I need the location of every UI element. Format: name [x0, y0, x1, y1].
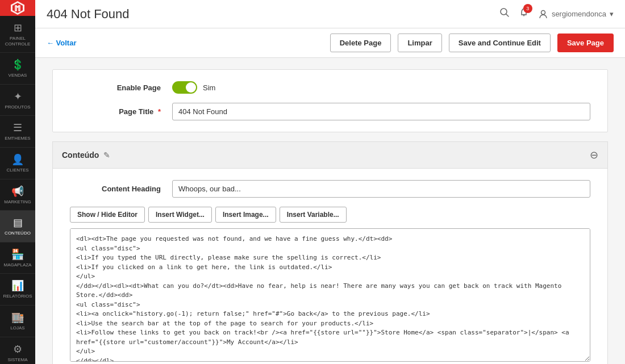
magaplaza-icon: 🏪 — [11, 248, 24, 261]
save-page-button[interactable]: Save Page — [557, 34, 614, 52]
back-button[interactable]: ← Voltar — [47, 39, 77, 47]
sidebar-item-painel[interactable]: ⊞ PAINELCONTROLE — [0, 16, 35, 53]
svg-point-4 — [541, 10, 545, 14]
code-editor-textarea[interactable]: <dl><dt>The page you requested was not f… — [70, 228, 590, 362]
enable-page-label: Enable Page — [70, 83, 172, 92]
sidebar-item-lojas[interactable]: 🏬 LOJAS — [0, 306, 35, 337]
insert-widget-button[interactable]: Insert Widget... — [148, 207, 212, 223]
section-heading-left: Conteúdo ✎ — [62, 150, 110, 160]
search-icon — [499, 7, 510, 18]
relatorios-icon: 📊 — [11, 279, 24, 292]
sidebar-item-label: PAINELCONTROLE — [5, 36, 30, 47]
editor-toolbar: Show / Hide Editor Insert Widget... Inse… — [70, 207, 590, 223]
action-bar: ← Voltar Delete Page Limpar Save and Con… — [35, 28, 625, 58]
sidebar-item-vendas[interactable]: 💲 VENDAS — [0, 53, 35, 85]
enable-page-toggle-label: Sim — [203, 83, 215, 92]
sidebar-item-label: CONTEÚDO — [5, 231, 31, 236]
user-icon — [538, 9, 548, 19]
sidebar-item-label: EMTHEMES — [5, 136, 30, 141]
sidebar-item-label: LOJAS — [10, 325, 24, 331]
user-dropdown-icon: ▾ — [610, 10, 614, 18]
vendas-icon: 💲 — [11, 58, 24, 71]
conteudo-title: Conteúdo — [62, 150, 99, 160]
marketing-icon: 📢 — [11, 185, 24, 198]
edit-section-icon[interactable]: ✎ — [103, 150, 110, 160]
lojas-icon: 🏬 — [11, 311, 24, 324]
topbar: 404 Not Found 3 — [35, 0, 625, 28]
sidebar-item-conteudo[interactable]: ▤ CONTEÚDO — [0, 211, 35, 242]
sidebar-item-label: MAGAPLAZA — [4, 262, 32, 268]
sidebar: ⊞ PAINELCONTROLE 💲 VENDAS ✦ PRODUTOS ☰ E… — [0, 0, 35, 364]
conteudo-section-body: Content Heading Show / Hide Editor Inser… — [52, 169, 608, 364]
enable-page-toggle[interactable] — [172, 81, 197, 94]
username-label: sergiomendonca — [552, 10, 606, 18]
page-title-label: Page Title * — [70, 107, 172, 116]
sidebar-item-sistema[interactable]: ⚙ SISTEMA — [0, 337, 35, 364]
sidebar-item-emthemes[interactable]: ☰ EMTHEMES — [0, 116, 35, 148]
delete-page-button[interactable]: Delete Page — [330, 34, 391, 52]
toggle-wrapper: Sim — [172, 81, 215, 94]
page-title: 404 Not Found — [47, 7, 130, 22]
enable-page-row: Enable Page Sim — [70, 81, 590, 94]
produtos-icon: ✦ — [14, 90, 22, 103]
sidebar-item-produtos[interactable]: ✦ PRODUTOS — [0, 85, 35, 116]
insert-variable-button[interactable]: Insert Variable... — [280, 207, 347, 223]
notification-button[interactable]: 3 — [519, 7, 529, 20]
page-title-row: Page Title * — [70, 103, 590, 120]
page-settings-section: Enable Page Sim Page Title * — [52, 69, 608, 132]
page-title-input[interactable] — [172, 103, 590, 120]
sistema-icon: ⚙ — [13, 343, 22, 355]
painel-icon: ⊞ — [14, 22, 22, 34]
conteudo-section: Conteúdo ✎ ⊖ Content Heading Show / Hide… — [52, 141, 608, 364]
clientes-icon: 👤 — [11, 153, 24, 166]
sidebar-item-magaplaza[interactable]: 🏪 MAGAPLAZA — [0, 242, 35, 274]
required-marker: * — [158, 107, 161, 116]
search-button[interactable] — [499, 7, 510, 20]
content-heading-row: Content Heading — [70, 180, 590, 198]
sidebar-logo[interactable] — [0, 0, 35, 16]
sidebar-item-label: MARKETING — [4, 199, 31, 205]
show-hide-editor-button[interactable]: Show / Hide Editor — [70, 207, 145, 223]
sidebar-item-marketing[interactable]: 📢 MARKETING — [0, 179, 35, 211]
main-content: 404 Not Found 3 — [35, 0, 625, 364]
sidebar-item-label: VENDAS — [9, 73, 27, 78]
sidebar-item-label: RELATÓRIOS — [3, 294, 32, 299]
sidebar-item-clientes[interactable]: 👤 CLIENTES — [0, 148, 35, 179]
content-heading-input[interactable] — [172, 180, 590, 198]
topbar-right: 3 sergiomendonca ▾ — [499, 7, 614, 20]
user-menu[interactable]: sergiomendonca ▾ — [538, 9, 614, 19]
clear-button[interactable]: Limpar — [398, 34, 441, 52]
magento-logo-icon — [10, 0, 26, 16]
content-area: Enable Page Sim Page Title * Conteúdo — [35, 58, 625, 364]
sidebar-item-label: CLIENTES — [6, 168, 28, 173]
insert-image-button[interactable]: Insert Image... — [215, 207, 276, 223]
notification-badge: 3 — [523, 4, 532, 13]
content-heading-label: Content Heading — [70, 185, 172, 193]
collapse-icon[interactable]: ⊖ — [590, 149, 598, 161]
emthemes-icon: ☰ — [13, 122, 22, 134]
svg-line-1 — [506, 14, 509, 17]
sidebar-item-label: SISTEMA — [7, 357, 27, 363]
sidebar-item-label: PRODUTOS — [5, 104, 30, 110]
conteudo-section-heading[interactable]: Conteúdo ✎ ⊖ — [52, 141, 608, 169]
sidebar-item-relatorios[interactable]: 📊 RELATÓRIOS — [0, 274, 35, 306]
conteudo-icon: ▤ — [13, 216, 23, 229]
save-continue-button[interactable]: Save and Continue Edit — [449, 34, 551, 52]
